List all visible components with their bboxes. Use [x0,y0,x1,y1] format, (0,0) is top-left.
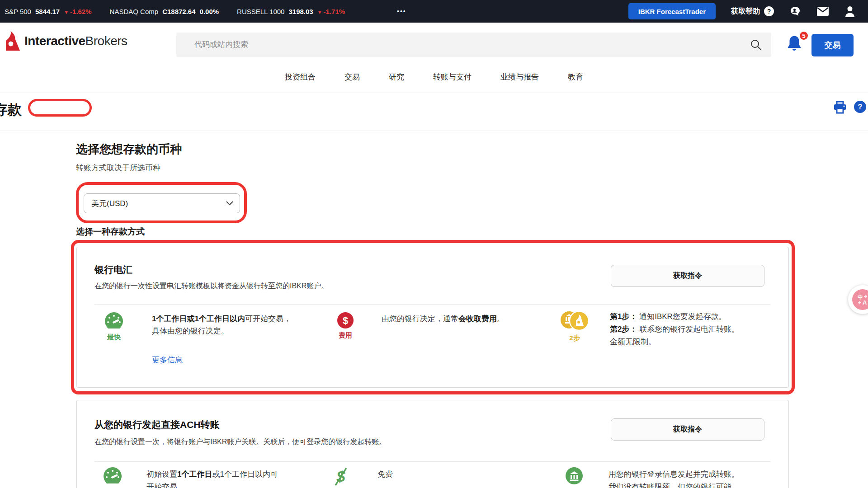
site-header: InteractiveBrokers 5 交易 [0,23,868,61]
method-title: 从您的银行发起直接ACH转账 [94,418,220,431]
currency-heading: 选择您想存款的币种 [76,141,182,157]
two-coins-icon [560,310,590,331]
site-search [176,33,771,57]
search-input[interactable] [176,40,750,49]
notification-count-badge: 5 [799,31,809,41]
get-instructions-button[interactable]: 获取指令 [611,265,764,287]
trade-button[interactable]: 交易 [811,34,854,56]
ticker-sp500[interactable]: S&P 500 5844.17 ▼-1.62% [5,8,92,15]
ticker-value: C18872.64 [162,8,195,15]
logo-wordmark: InteractiveBrokers [24,34,127,48]
topbar-actions: IBKR ForecastTrader 获取帮助 ? [628,0,855,23]
live-chat-icon[interactable] [789,5,801,17]
nav-item-education[interactable]: 教育 [568,72,583,82]
dollar-fee-icon: $ [337,312,354,328]
ticker-change: 0.00% [200,8,219,15]
translate-icon: 中A [852,289,868,310]
speedometer-icon [104,467,122,485]
forecasttrader-button[interactable]: IBKR ForecastTrader [628,3,716,19]
notifications-bell[interactable]: 5 [785,34,807,56]
cost-label: 费用 [339,331,352,340]
ticker-label: RUSSELL 1000 [237,8,284,15]
down-triangle-icon: ▼ [317,9,322,15]
ibkr-flame-icon [5,31,21,52]
more-info-link[interactable]: 更多信息 [152,355,183,365]
primary-nav: 投资组合 交易 研究 转账与支付 业绩与报告 教育 [0,61,868,93]
mail-icon[interactable] [816,6,829,16]
ticker-russell[interactable]: RUSSELL 1000 3198.03 ▼-1.71% [237,8,345,15]
ticker-label: S&P 500 [5,8,31,15]
bank-icon [566,467,583,484]
ticker-nasdaq[interactable]: NASDAQ Comp C18872.64 0.00% [110,8,219,15]
market-ticker-bar: S&P 500 5844.17 ▼-1.62% NASDAQ Comp C188… [0,0,868,23]
divider [94,304,771,305]
steps-text: 第1步： 通知IBKR您要发起存款。 第2步： 联系您的银行发起电汇转账。 金额… [610,310,791,348]
speed-feature: 最快 [97,312,131,342]
ibkr-logo[interactable]: InteractiveBrokers [5,31,127,52]
deposit-content: 选择您想存款的币种 转账方式取决于所选币种 美元(USD) 选择一种存款方式 银… [0,131,868,488]
nav-item-transfer-pay[interactable]: 转账与支付 [433,72,472,82]
cost-feature: $ [324,466,358,487]
cost-feature: $ 费用 [328,312,363,340]
currency-select[interactable]: 美元(USD) [84,193,240,213]
svg-text:$: $ [343,315,348,326]
divider [94,461,771,462]
method-card-ach: 从您的银行发起直接ACH转账 在您的银行设置一次，将银行账户与IBKR账户关联。… [76,400,789,488]
ticker-more-button[interactable]: ••• [397,0,406,23]
currency-subheading: 转账方式取决于所选币种 [76,163,160,173]
steps-label: 2步 [569,334,580,343]
question-circle-icon: ? [764,6,774,16]
get-help-button[interactable]: 获取帮助 ? [731,6,774,16]
svg-text:A: A [863,299,867,305]
account-person-icon[interactable] [844,5,855,17]
down-triangle-icon: ▼ [64,9,69,15]
annotation-red-oval [28,99,92,117]
speed-text: 初始设置1个工作日或1个工作日以内可 开始交易 [146,468,296,488]
method-card-bank-wire: 银行电汇 在您的银行一次性设置电汇转账模板以将资金从银行转至您的IBKR账户。 … [76,247,789,388]
ibkr-deposit-page: S&P 500 5844.17 ▼-1.62% NASDAQ Comp C188… [0,0,868,488]
page-help-icon[interactable]: ? [854,101,866,113]
ticker-value: 3198.03 [288,8,313,15]
ticker-change: ▼-1.71% [317,8,345,15]
method-description: 在您的银行一次性设置电汇转账模板以将资金从银行转至您的IBKR账户。 [94,282,328,291]
method-description: 在您的银行设置一次，将银行账户与IBKR账户关联。关联后，便可登录您的银行发起转… [94,437,386,447]
currency-selected-value: 美元(USD) [91,198,128,209]
method-title: 银行电汇 [94,263,132,276]
chevron-down-icon [226,201,233,206]
speed-text: 1个工作日或1个工作日以内可开始交易，具体由您的银行决定。 [152,313,294,337]
free-dollar-icon: $ [331,466,350,487]
cost-text: 由您的银行决定，通常会收取费用。 [382,313,540,325]
cost-text: 免费 [377,468,468,480]
get-instructions-button[interactable]: 获取指令 [611,418,764,441]
nav-item-performance-reports[interactable]: 业绩与报告 [500,72,539,82]
speed-label: 最快 [107,333,121,342]
speed-feature [95,467,130,485]
ticker-label: NASDAQ Comp [110,8,159,15]
print-icon[interactable] [833,101,847,116]
steps-text: 用您的银行登录信息发起并完成转账。 我们没有转账限额，但您的银行可能 [609,468,789,488]
steps-feature: 2步 [555,310,594,343]
search-icon[interactable] [750,38,762,51]
page-title-bar: 存款 ? [0,93,868,131]
ticker-strip: S&P 500 5844.17 ▼-1.62% NASDAQ Comp C188… [0,8,363,15]
method-heading: 选择一种存款方式 [76,226,145,238]
steps-feature [557,467,591,484]
nav-item-portfolio[interactable]: 投资组合 [285,72,316,82]
nav-item-research[interactable]: 研究 [389,72,404,82]
ticker-change: ▼-1.62% [64,8,91,15]
page-title: 存款 [0,100,22,119]
nav-item-trade[interactable]: 交易 [344,72,360,82]
get-help-label: 获取帮助 [731,7,760,16]
ticker-value: 5844.17 [35,8,60,15]
speedometer-icon [105,312,123,330]
